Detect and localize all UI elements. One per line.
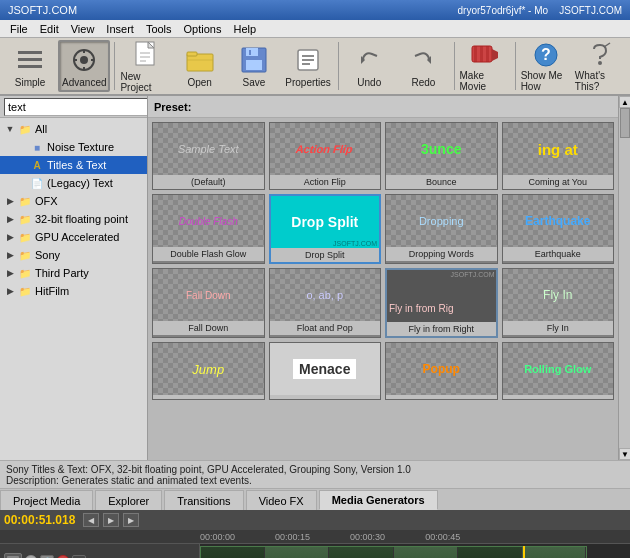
toolbar: Simple Advanced New Project xyxy=(0,38,630,96)
menu-file[interactable]: File xyxy=(4,23,34,35)
menu-options[interactable]: Options xyxy=(178,23,228,35)
whats-this-button[interactable]: What's This? xyxy=(574,40,626,92)
preset-fly-in[interactable]: Fly In Fly In xyxy=(502,268,615,338)
preset-default[interactable]: Sample Text (Default) xyxy=(152,122,265,190)
whats-this-icon xyxy=(584,41,616,69)
preset-action-flip[interactable]: Action Flip Action Flip xyxy=(269,122,382,190)
show-me-how-button[interactable]: ? Show Me How xyxy=(520,40,572,92)
new-project-button[interactable]: New Project xyxy=(119,40,171,92)
preset-thumb-drop: Drop Split JSOFTJ.COM xyxy=(271,196,380,248)
ruler-0: 00:00:00 xyxy=(200,532,235,542)
save-button[interactable]: Save xyxy=(228,40,280,92)
undo-button[interactable]: Undo xyxy=(343,40,395,92)
title-bar: JSOFTJ.COM dryor57odr6jvf* - Mo JSOFTJ.C… xyxy=(0,0,630,20)
preset-fly-right[interactable]: Fly in from Rig JSOFTJ.COM Fly in from R… xyxy=(385,268,498,338)
tree-item-all[interactable]: ▼ 📁 All xyxy=(0,120,147,138)
video-clip xyxy=(200,546,587,558)
menu-edit[interactable]: Edit xyxy=(34,23,65,35)
redo-button[interactable]: Redo xyxy=(397,40,449,92)
tab-project-media[interactable]: Project Media xyxy=(0,490,93,510)
menu-tools[interactable]: Tools xyxy=(140,23,178,35)
menu-bar: File Edit View Insert Tools Options Help xyxy=(0,20,630,38)
preset-popup[interactable]: Popup xyxy=(385,342,498,400)
tree-item-legacy-text[interactable]: 📄 (Legacy) Text xyxy=(0,174,147,192)
tab-explorer[interactable]: Explorer xyxy=(95,490,162,510)
tree-item-ofx[interactable]: ▶ 📁 OFX xyxy=(0,192,147,210)
preset-thumb-default: Sample Text xyxy=(153,123,264,175)
right-panel: Preset: Sample Text (Default) Action Fli… xyxy=(148,96,618,460)
ruler-30: 00:00:30 xyxy=(350,532,385,542)
next-frame-btn[interactable]: ▶ xyxy=(123,513,139,527)
legacy-icon: 📄 xyxy=(30,176,44,190)
preset-float-pop[interactable]: o, ab, p Float and Pop xyxy=(269,268,382,338)
tab-media-generators[interactable]: Media Generators xyxy=(319,490,438,510)
properties-icon xyxy=(292,44,324,76)
preset-earthquake[interactable]: Earthquake Earthquake xyxy=(502,194,615,264)
simple-icon xyxy=(14,44,46,76)
playhead[interactable] xyxy=(523,546,525,558)
timeline-clip-container: JSOFTJ.COM xyxy=(200,546,630,558)
preset-fall-down[interactable]: Fall Down Fall Down xyxy=(152,268,265,338)
advanced-button[interactable]: Advanced xyxy=(58,40,110,92)
preset-double-flash[interactable]: Double Flash Double Flash Glow xyxy=(152,194,265,264)
make-movie-button[interactable]: Make Movie xyxy=(458,40,510,92)
expand-gpu: ▶ xyxy=(4,231,16,243)
timeline-controls: ◀ ▶ ▶ xyxy=(83,513,139,527)
ruler-45: 00:00:45 xyxy=(425,532,460,542)
sony-icon: 📁 xyxy=(18,248,32,262)
menu-insert[interactable]: Insert xyxy=(100,23,140,35)
third-icon: 📁 xyxy=(18,266,32,280)
expand-sony: ▶ xyxy=(4,249,16,261)
tab-video-fx[interactable]: Video FX xyxy=(246,490,317,510)
tree-item-hitfilm[interactable]: ▶ 📁 HitFilm xyxy=(0,282,147,300)
title-bar-left: JSOFTJ.COM xyxy=(8,4,458,16)
expand-ofx: ▶ xyxy=(4,195,16,207)
svg-rect-31 xyxy=(486,46,489,62)
svg-rect-20 xyxy=(249,50,251,55)
preset-drop-split[interactable]: Drop Split JSOFTJ.COM Drop Split xyxy=(269,194,382,264)
tab-transitions[interactable]: Transitions xyxy=(164,490,243,510)
preset-rolling-glow[interactable]: Rolling Glow xyxy=(502,342,615,400)
svg-rect-14 xyxy=(187,54,213,71)
tree-item-titles-text[interactable]: A Titles & Text xyxy=(0,156,147,174)
preset-thumb-fall: Fall Down xyxy=(153,269,264,321)
hitfilm-icon: 📁 xyxy=(18,284,32,298)
preset-bounce[interactable]: 3unce Bounce xyxy=(385,122,498,190)
scrollbar[interactable]: ▲ ▼ xyxy=(618,96,630,460)
preset-label-rolling xyxy=(503,395,614,399)
menu-view[interactable]: View xyxy=(65,23,101,35)
tree-item-32bit[interactable]: ▶ 📁 32-bit floating point xyxy=(0,210,147,228)
scroll-down[interactable]: ▼ xyxy=(619,448,630,460)
main-area: ▼ 📁 All ■ Noise Texture A Titles & Text … xyxy=(0,96,630,460)
preset-coming-at-you[interactable]: ing at Coming at You xyxy=(502,122,615,190)
tree-item-sony[interactable]: ▶ 📁 Sony xyxy=(0,246,147,264)
prev-frame-btn[interactable]: ◀ xyxy=(83,513,99,527)
menu-help[interactable]: Help xyxy=(227,23,262,35)
tree-item-third-party[interactable]: ▶ 📁 Third Party xyxy=(0,264,147,282)
simple-button[interactable]: Simple xyxy=(4,40,56,92)
tree-item-noise-texture[interactable]: ■ Noise Texture xyxy=(0,138,147,156)
redo-icon xyxy=(407,44,439,76)
preset-label-bounce: Bounce xyxy=(386,175,497,189)
open-button[interactable]: Open xyxy=(174,40,226,92)
search-input[interactable] xyxy=(4,98,148,116)
tree-label-all: All xyxy=(35,123,47,135)
timeline-time: 00:00:51.018 xyxy=(4,513,75,527)
preset-menace[interactable]: Menace xyxy=(269,342,382,400)
preset-thumb-action: Action Flip xyxy=(270,123,381,175)
scroll-thumb[interactable] xyxy=(620,108,630,138)
scroll-up[interactable]: ▲ xyxy=(619,96,630,108)
svg-marker-28 xyxy=(492,49,498,61)
track-thumb[interactable]: V xyxy=(4,553,22,558)
toolbar-sep-1 xyxy=(114,42,115,90)
video-clip-strip[interactable] xyxy=(200,546,587,558)
tree-item-gpu[interactable]: ▶ 📁 GPU Accelerated xyxy=(0,228,147,246)
preset-jump[interactable]: Jump xyxy=(152,342,265,400)
preset-dropping-words[interactable]: Dropping Dropping Words xyxy=(385,194,498,264)
properties-button[interactable]: Properties xyxy=(282,40,334,92)
svg-rect-1 xyxy=(18,58,42,61)
svg-rect-2 xyxy=(18,65,42,68)
play-btn[interactable]: ▶ xyxy=(103,513,119,527)
preset-label-menace xyxy=(270,395,381,399)
tree-label-noise: Noise Texture xyxy=(47,141,114,153)
